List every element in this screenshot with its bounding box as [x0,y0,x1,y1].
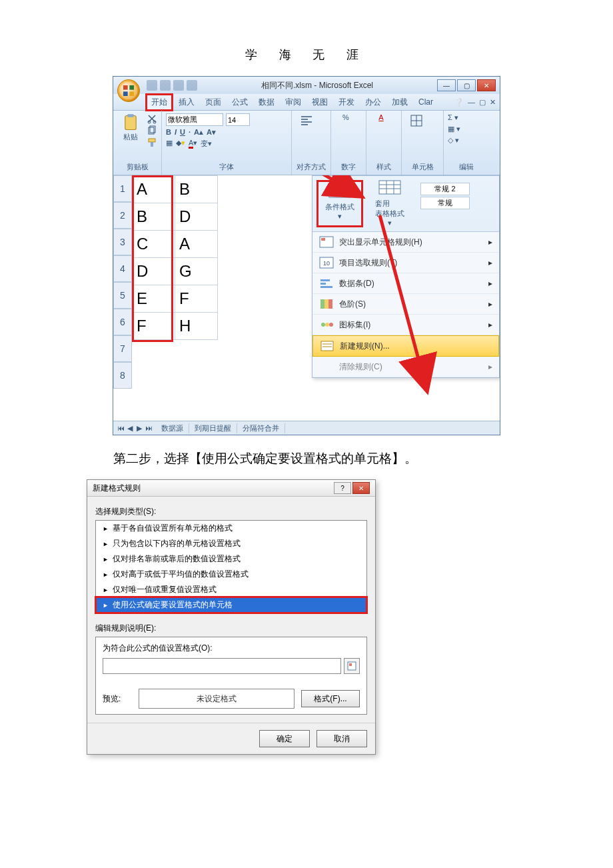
svg-rect-29 [328,299,332,309]
rule-type-list[interactable]: ►基于各自值设置所有单元格的格式 ►只为包含以下内容的单元格设置格式 ►仅对排名… [95,520,367,613]
dialog-help-button[interactable]: ? [334,482,351,494]
format-as-table-button[interactable]: 套用 表格格式▾ [370,180,410,227]
cancel-button[interactable]: 取消 [316,730,367,747]
sheet-tab-3[interactable]: 分隔符合并 [237,423,285,433]
svg-rect-28 [324,299,328,309]
rule-item[interactable]: ►仅对唯一值或重复值设置格式 [96,582,366,597]
range-picker-button[interactable] [344,658,360,674]
page-title: 学 海 无 涯 [87,47,526,63]
tab-home[interactable]: 开始 [145,93,173,111]
sheet-tabs[interactable]: ⏮◀▶⏭ 数据源 到期日提醒 分隔符合并 [113,421,500,435]
group-styles-label: 样式 [370,162,397,172]
tab-insert[interactable]: 插入 [173,94,200,111]
alignment-button[interactable] [296,113,317,128]
font-color-icon[interactable]: A▾ [189,139,197,149]
preset-normal2[interactable]: 常规 2 [420,183,470,195]
help-icon[interactable]: ❔ [454,98,464,107]
row-headers[interactable]: 12345678 [113,175,132,389]
styles-panel: 条件格式▾ 套用 表格格式▾ 常规 2 常规 突出显示单元格规则(H)▸ [312,175,500,378]
autosum-icon[interactable]: Σ ▾ [448,113,458,122]
svg-rect-5 [125,116,136,130]
rule-item-selected[interactable]: ►使用公式确定要设置格式的单元格 [96,597,366,613]
tab-addins[interactable]: 加载 [386,94,413,111]
bold-button[interactable]: B [166,128,171,137]
menu-top-rules[interactable]: 10 项目选取规则(T)▸ [312,253,499,273]
quick-access-toolbar[interactable] [147,80,197,91]
tab-dev[interactable]: 开发 [333,94,360,111]
styles-button[interactable]: A [370,113,392,121]
preview-label: 预览: [103,693,132,705]
svg-rect-19 [379,181,400,194]
tab-review[interactable]: 审阅 [280,94,306,111]
cells-button[interactable] [406,113,427,128]
highlight-rules-icon [319,236,334,248]
tab-view[interactable]: 视图 [306,94,333,111]
tab-data[interactable]: 数据 [253,94,280,111]
office-button[interactable] [117,79,140,102]
underline-button[interactable]: U [180,128,185,137]
minimize-button[interactable]: — [437,79,456,91]
rule-item[interactable]: ►基于各自值设置所有单元格的格式 [96,521,366,536]
svg-rect-35 [349,663,352,666]
svg-rect-17 [330,193,336,196]
conditional-formatting-button[interactable]: 条件格式▾ [316,180,363,227]
databars-icon [319,277,334,289]
dialog-close-button[interactable]: ✕ [352,482,370,494]
step-caption: 第二步，选择【使用公式确定要设置格式的单元格】。 [113,450,526,467]
menu-new-rule[interactable]: 新建规则(N)... [312,335,499,357]
rule-item[interactable]: ►仅对排名靠前或靠后的数值设置格式 [96,551,366,567]
new-rule-dialog: 新建格式规则 ? ✕ 选择规则类型(S): ►基于各自值设置所有单元格的格式 ►… [87,479,376,755]
select-rule-type-label: 选择规则类型(S): [95,506,367,517]
sheet-tab-1[interactable]: 数据源 [156,423,189,433]
svg-rect-18 [337,185,349,196]
format-painter-icon[interactable] [147,137,157,148]
rule-item[interactable]: ►仅对高于或低于平均值的数值设置格式 [96,567,366,582]
cut-icon[interactable] [147,113,157,124]
colorscales-icon [319,298,334,310]
dialog-title: 新建格式规则 [93,483,334,494]
svg-rect-27 [320,299,324,309]
tab-office[interactable]: 办公 [360,94,386,111]
menu-clear-rules[interactable]: 清除规则(C)▸ [312,357,499,377]
phonetic-icon[interactable]: 变▾ [201,139,212,149]
menu-colorscales[interactable]: 色阶(S)▸ [312,294,499,315]
tab-page[interactable]: 页面 [200,94,227,111]
border-icon[interactable]: ▦ [166,139,173,149]
new-rule-icon [320,340,334,352]
tab-clar[interactable]: Clar [413,95,438,109]
rule-item[interactable]: ►只为包含以下内容的单元格设置格式 [96,536,366,551]
top-rules-icon: 10 [319,257,334,269]
number-button[interactable]: % [335,113,356,121]
maximize-button[interactable]: ▢ [457,79,476,91]
copy-icon[interactable] [147,125,157,136]
fill-icon[interactable]: ▦ ▾ [448,125,460,133]
italic-button[interactable]: I [175,128,177,137]
format-button[interactable]: 格式(F)... [301,690,360,707]
increase-font-icon[interactable]: A▴ [194,128,203,137]
menu-highlight-rules[interactable]: 突出显示单元格规则(H)▸ [312,232,499,253]
formula-input[interactable] [103,658,341,674]
ok-button[interactable]: 确定 [259,730,310,747]
close-button[interactable]: ✕ [477,79,496,91]
fill-color-icon[interactable]: ◆▾ [176,139,185,149]
paste-button[interactable]: 粘贴 [117,113,144,142]
menu-iconsets[interactable]: 图标集(I)▸ [312,315,499,335]
group-font-label: 字体 [166,162,287,172]
clear-icon[interactable]: ◇ ▾ [448,136,459,145]
group-alignment-label: 对齐方式 [296,162,326,172]
group-editing-label: 编辑 [448,162,485,172]
svg-point-30 [321,323,325,327]
font-size-combo[interactable]: 14 [226,113,250,126]
sheet-tab-2[interactable]: 到期日提醒 [189,423,237,433]
help-icons[interactable]: ❔—▢✕ [454,98,500,107]
tab-formula[interactable]: 公式 [227,94,253,111]
preset-normal[interactable]: 常规 [420,197,470,209]
formula-label: 为符合此公式的值设置格式(O): [103,643,360,654]
menu-databars[interactable]: 数据条(D)▸ [312,273,499,294]
ribbon-tabs: 开始 插入 页面 公式 数据 审阅 视图 开发 办公 加载 Clar ❔—▢✕ [113,94,500,111]
cell-grid[interactable]: AB BD CA DG EF FH [132,175,218,340]
font-name-combo[interactable]: 微软雅黑 [166,113,223,126]
svg-text:10: 10 [323,260,330,267]
svg-rect-2 [129,85,134,90]
decrease-font-icon[interactable]: A▾ [207,128,216,137]
